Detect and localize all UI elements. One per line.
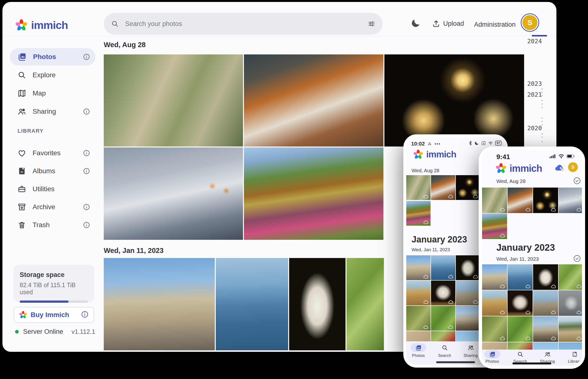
sidebar-label-utilities: Utilities xyxy=(32,185,54,193)
thumb-coastal-town[interactable] xyxy=(508,264,533,290)
home-indicator[interactable] xyxy=(436,361,475,363)
thumb-fireworks[interactable] xyxy=(456,175,480,200)
thumb-autumn-garden-path[interactable] xyxy=(406,201,430,226)
photo-holding-hands[interactable] xyxy=(104,147,243,240)
administration-label: Administration xyxy=(474,21,516,29)
thumb-silver-ornament[interactable] xyxy=(559,290,582,316)
info-icon[interactable] xyxy=(83,108,90,116)
photo-green-fruit[interactable] xyxy=(347,258,384,350)
phone1-status-icons: 97 xyxy=(468,141,502,145)
search-bar[interactable] xyxy=(104,13,383,35)
server-version: v1.112.1 xyxy=(71,328,95,335)
info-icon[interactable] xyxy=(83,149,90,158)
tab-sharing[interactable]: Sharing xyxy=(460,343,482,358)
sidebar-item-favorites[interactable]: Favorites xyxy=(10,144,95,162)
sidebar-item-albums[interactable]: Albums xyxy=(10,162,95,180)
photo-fortress-walls[interactable] xyxy=(104,258,215,350)
thumb-zoo-monkeys[interactable] xyxy=(482,188,507,213)
photo-autumn-garden-path[interactable] xyxy=(244,147,383,240)
tab-label: Sharing xyxy=(464,353,478,358)
search-icon xyxy=(442,345,448,351)
sidebar-item-photos[interactable]: Photos xyxy=(10,48,95,66)
immich-logo[interactable]: immich xyxy=(15,19,68,32)
thumb-winter-church[interactable] xyxy=(456,306,480,331)
tab-label: Photos xyxy=(485,359,499,364)
buy-immich-button[interactable]: Buy Immich xyxy=(14,307,94,323)
tab-photos[interactable]: Photos xyxy=(408,343,429,358)
thumb-holding-hands[interactable] xyxy=(559,188,582,213)
thumb-fireworks[interactable] xyxy=(533,188,558,213)
timeline-year-2020[interactable]: 2020 xyxy=(527,125,542,132)
tab-icon-wrap xyxy=(512,350,528,358)
photo-autumn-dinner-table[interactable] xyxy=(244,54,383,146)
thumb-row xyxy=(482,214,507,239)
timeline-year-2024[interactable]: 2024 xyxy=(527,38,542,45)
info-icon[interactable] xyxy=(83,167,90,176)
info-icon[interactable] xyxy=(83,203,90,212)
photo-coastal-town[interactable] xyxy=(216,258,288,350)
thumb-zoo-monkeys[interactable] xyxy=(406,175,430,200)
thumb-lizard-green[interactable] xyxy=(431,306,455,331)
tab-photos[interactable]: Photos xyxy=(482,350,503,364)
thumb-lizard[interactable] xyxy=(482,316,507,342)
info-icon[interactable] xyxy=(81,311,89,319)
thumb-row xyxy=(482,316,582,342)
info-icon[interactable] xyxy=(83,221,90,230)
sidebar-item-map[interactable]: Map xyxy=(10,85,95,102)
photo-zoo-monkeys[interactable] xyxy=(104,54,243,146)
phone2-immich-logo: immich xyxy=(495,163,542,174)
search-input[interactable] xyxy=(125,20,368,28)
photo-marble-bust[interactable] xyxy=(289,258,346,350)
thumb-castle-wall[interactable] xyxy=(533,290,558,316)
thumb-autumn-dinner-table[interactable] xyxy=(431,175,455,200)
thumb-fortress-walls[interactable] xyxy=(482,264,507,290)
thumb-marble-sculpture[interactable] xyxy=(431,281,455,305)
thumb-beach-cliff[interactable] xyxy=(406,281,430,305)
thumb-row xyxy=(406,306,480,331)
thumb-autumn-garden-path[interactable] xyxy=(482,214,507,239)
status-triangle-icon xyxy=(427,142,432,146)
dark-mode-toggle[interactable] xyxy=(411,18,421,29)
home-indicator[interactable] xyxy=(512,363,551,364)
tab-search[interactable]: Search xyxy=(434,343,456,358)
user-avatar[interactable]: S xyxy=(568,162,578,172)
administration-link[interactable]: Administration xyxy=(474,21,516,29)
thumb-castle-wall[interactable] xyxy=(456,281,480,305)
thumb-lizard[interactable] xyxy=(406,306,430,331)
thumb-fortress-walls[interactable] xyxy=(406,255,430,280)
tab-label: Photos xyxy=(412,353,425,358)
sidebar-item-trash[interactable]: Trash xyxy=(10,216,95,234)
storage-progressbar xyxy=(20,300,88,303)
upload-button[interactable]: Upload xyxy=(432,19,464,28)
photo-fireworks[interactable] xyxy=(384,54,524,146)
filter-sliders-icon[interactable] xyxy=(368,20,375,28)
timeline-year-2023[interactable]: 2023 xyxy=(527,80,542,87)
tab-library[interactable]: Library xyxy=(564,350,582,364)
thumb-green-fruit[interactable] xyxy=(559,264,582,290)
check-circle-icon[interactable] xyxy=(573,255,581,262)
cloud-icon xyxy=(473,194,479,199)
timeline-year-2021[interactable]: 2021 xyxy=(527,91,542,98)
info-icon[interactable] xyxy=(83,53,90,62)
phone1-date-jan: Wed, Jan 11, 2023 xyxy=(412,247,450,253)
sidebar-item-explore[interactable]: Explore xyxy=(10,66,95,84)
check-circle-icon[interactable] xyxy=(573,177,581,185)
thumb-marble-sculpture[interactable] xyxy=(508,290,533,316)
sidebar-item-archive[interactable]: Archive xyxy=(10,198,95,216)
cloud-icon xyxy=(551,284,557,288)
tab-sharing[interactable]: Sharing xyxy=(537,350,558,364)
user-avatar[interactable]: S xyxy=(521,13,539,32)
thumb-lizard-green[interactable] xyxy=(508,316,533,342)
thumb-marble-bust[interactable] xyxy=(533,264,558,290)
thumb-autumn-dinner-table[interactable] xyxy=(508,188,533,213)
thumb-alpine-village[interactable] xyxy=(559,316,582,342)
sidebar-item-sharing[interactable]: Sharing xyxy=(10,103,95,120)
timeline-dot xyxy=(541,124,543,126)
thumb-coastal-town[interactable] xyxy=(431,255,455,280)
thumb-marble-bust[interactable] xyxy=(456,255,480,280)
thumb-beach-cliff[interactable] xyxy=(482,290,507,316)
sync-cloud-icon[interactable] xyxy=(555,164,565,173)
thumb-winter-church[interactable] xyxy=(533,316,558,342)
sidebar-item-utilities[interactable]: Utilities xyxy=(10,180,95,198)
tab-search[interactable]: Search xyxy=(509,350,531,364)
